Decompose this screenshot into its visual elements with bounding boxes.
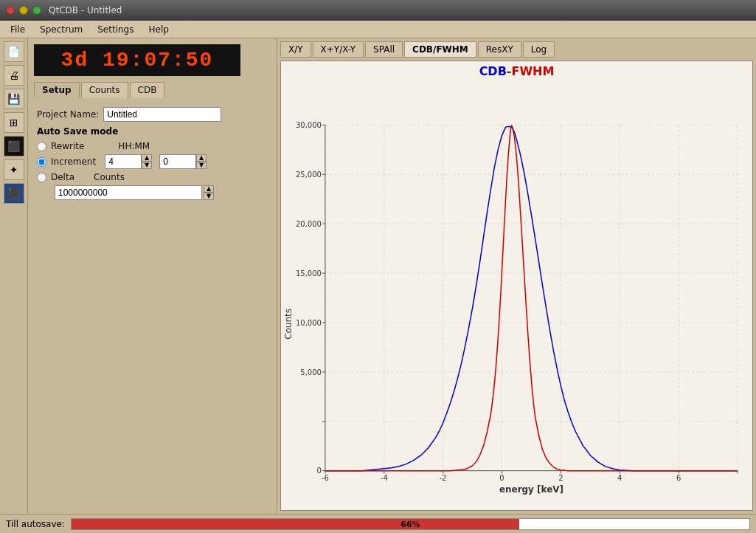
sidebar-icon-4[interactable]: ⬛ <box>4 136 24 157</box>
chart-container: CDB-FWHM Counts <box>280 61 753 511</box>
sidebar-icon-6[interactable]: ⬛ <box>4 183 24 204</box>
statusbar: Till autosave: 66% <box>0 514 756 533</box>
menu-help[interactable]: Help <box>141 23 176 36</box>
y-tick-30000: 30,000 <box>296 121 322 129</box>
delta-radio[interactable] <box>37 173 46 182</box>
increment-radio-row: Increment ▲ ▼ ▲ ▼ <box>37 154 268 169</box>
chart-title-cdb: CDB <box>479 64 507 78</box>
sidebar-icon-0[interactable]: 📄 <box>4 41 24 62</box>
y-tick-15000: 15,000 <box>296 269 322 278</box>
chart-tab-cdbfwhm[interactable]: CDB/FWHM <box>404 41 476 58</box>
project-name-label: Project Name: <box>37 109 99 120</box>
increment-mm-input[interactable] <box>159 154 196 169</box>
y-tick-10000: 10,000 <box>296 319 322 327</box>
right-panel: X/Y X+Y/X-Y SPAll CDB/FWHM ResXY Log CDB… <box>277 38 756 514</box>
increment-radio[interactable] <box>37 157 46 167</box>
y-tick-25000: 25,000 <box>296 171 322 179</box>
minimize-button[interactable] <box>19 6 28 15</box>
sidebar-icon-5[interactable]: ✦ <box>4 159 24 180</box>
progress-container: 66% <box>71 518 750 530</box>
increment-mm-down-btn[interactable]: ▼ <box>196 162 207 169</box>
x-tick-2: 2 <box>558 474 563 482</box>
maximize-button[interactable] <box>32 6 41 15</box>
rewrite-label: Rewrite <box>51 141 84 151</box>
red-curve <box>325 125 738 470</box>
y-axis-label: Counts <box>283 309 294 340</box>
y-tick-20000: 20,000 <box>296 220 322 228</box>
increment-down-btn[interactable]: ▼ <box>142 162 152 169</box>
autosave-label: Till autosave: <box>6 519 65 529</box>
counts-input-row: ▲ ▼ <box>55 185 268 200</box>
chart-title-fwhm: FWHM <box>511 64 554 78</box>
main-layout: 📄 🖨 💾 ⊞ ⬛ ✦ ⬛ 3d 19:07:50 Setup Counts C… <box>0 38 756 514</box>
counts-input[interactable] <box>55 185 202 200</box>
counts-label: Counts <box>94 172 125 182</box>
window-title: QtCDB - Untitled <box>49 5 122 16</box>
chart-tab-bar: X/Y X+Y/X-Y SPAll CDB/FWHM ResXY Log <box>280 41 753 58</box>
menu-settings[interactable]: Settings <box>90 23 141 36</box>
x-tick-6: 6 <box>676 474 681 482</box>
tab-cdb[interactable]: CDB <box>130 82 165 98</box>
chart-tab-spall[interactable]: SPAll <box>365 41 403 58</box>
chart-tab-xy[interactable]: X/Y <box>280 41 311 58</box>
x-tick-m6: -6 <box>322 474 329 482</box>
hhmm-label: HH:MM <box>118 141 150 151</box>
clock-display: 3d 19:07:50 <box>34 44 240 76</box>
sidebar: 📄 🖨 💾 ⊞ ⬛ ✦ ⬛ <box>0 38 28 514</box>
counts-down-btn[interactable]: ▼ <box>204 193 214 200</box>
x-tick-m4: -4 <box>381 474 388 482</box>
auto-save-label: Auto Save mode <box>37 126 268 137</box>
sidebar-icon-2[interactable]: 💾 <box>4 89 24 109</box>
sidebar-icon-3[interactable]: ⊞ <box>4 112 24 133</box>
chart-title: CDB-FWHM <box>281 61 752 81</box>
close-button[interactable] <box>6 6 15 15</box>
chart-tab-resxy[interactable]: ResXY <box>478 41 521 58</box>
increment-mm-up-btn[interactable]: ▲ <box>196 154 207 162</box>
setup-tab-bar: Setup Counts CDB <box>34 82 271 98</box>
setup-panel: Project Name: Auto Save mode Rewrite HH:… <box>34 104 271 203</box>
blue-curve <box>325 126 738 470</box>
counts-up-btn[interactable]: ▲ <box>204 185 214 193</box>
chart-tab-xpyx[interactable]: X+Y/X-Y <box>313 41 364 58</box>
y-tick-5000: 5,000 <box>300 368 322 376</box>
chart-svg: Counts <box>281 81 752 511</box>
increment-value-input[interactable] <box>105 154 142 169</box>
x-axis-label: energy [keV] <box>499 484 563 495</box>
chart-tab-log[interactable]: Log <box>523 41 555 58</box>
menubar: File Spectrum Settings Help <box>0 21 756 38</box>
menu-file[interactable]: File <box>3 23 32 36</box>
tab-counts[interactable]: Counts <box>81 82 128 98</box>
progress-bar <box>72 519 519 529</box>
x-tick-4: 4 <box>617 474 622 482</box>
increment-label: Increment <box>51 157 96 167</box>
increment-up-btn[interactable]: ▲ <box>142 154 152 162</box>
menu-spectrum[interactable]: Spectrum <box>32 23 90 36</box>
titlebar: QtCDB - Untitled <box>0 0 756 21</box>
tab-setup[interactable]: Setup <box>34 82 80 98</box>
project-name-input[interactable] <box>103 107 221 122</box>
rewrite-radio[interactable] <box>37 142 46 151</box>
x-tick-0: 0 <box>499 474 504 482</box>
sidebar-icon-1[interactable]: 🖨 <box>4 65 24 86</box>
rewrite-radio-row: Rewrite HH:MM <box>37 141 268 151</box>
x-tick-m2: -2 <box>440 474 447 482</box>
delta-radio-row: Delta Counts <box>37 172 268 182</box>
delta-label: Delta <box>51 172 74 182</box>
progress-text: 66% <box>400 519 420 529</box>
left-panel: 3d 19:07:50 Setup Counts CDB Project Nam… <box>28 38 277 514</box>
